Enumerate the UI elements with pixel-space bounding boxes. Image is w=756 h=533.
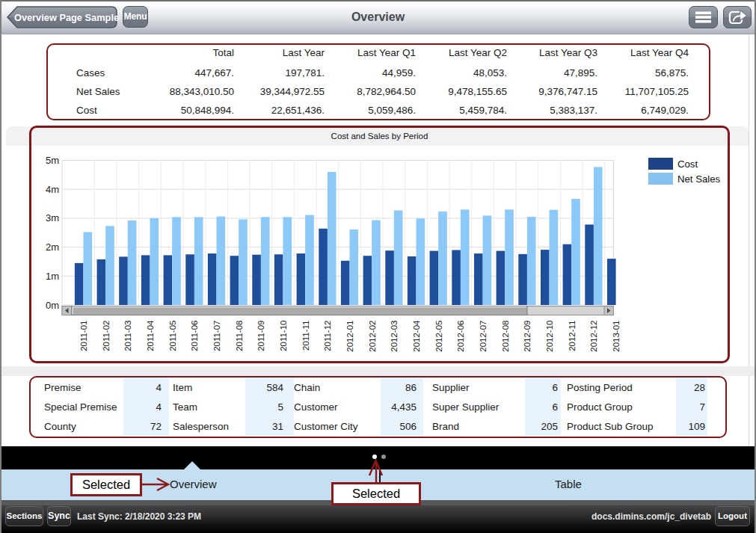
svg-text:2012-03: 2012-03 xyxy=(390,321,399,352)
svg-text:2011-04: 2011-04 xyxy=(146,320,155,351)
svg-text:2011-12: 2011-12 xyxy=(323,321,332,351)
svg-text:Net Sales: Net Sales xyxy=(677,173,721,185)
svg-text:2012-08: 2012-08 xyxy=(501,321,510,352)
svg-text:2m: 2m xyxy=(46,241,59,253)
svg-text:1m: 1m xyxy=(46,271,59,282)
svg-text:3m: 3m xyxy=(46,212,59,224)
svg-text:2011-11: 2011-11 xyxy=(301,321,310,351)
svg-text:2011-07: 2011-07 xyxy=(212,321,221,351)
svg-text:4m: 4m xyxy=(46,184,59,195)
svg-text:5m: 5m xyxy=(46,155,59,166)
svg-text:2012-12: 2012-12 xyxy=(589,321,598,352)
svg-text:2011-01: 2011-01 xyxy=(79,321,88,351)
svg-text:2012-11: 2012-11 xyxy=(568,321,577,351)
svg-text:2011-02: 2011-02 xyxy=(102,321,111,351)
svg-text:2011-05: 2011-05 xyxy=(168,321,177,351)
svg-text:2011-10: 2011-10 xyxy=(279,321,288,351)
svg-text:2012-06: 2012-06 xyxy=(456,321,465,352)
svg-text:2012-02: 2012-02 xyxy=(368,321,377,352)
svg-text:2011-06: 2011-06 xyxy=(190,321,199,351)
svg-text:2012-07: 2012-07 xyxy=(479,321,488,352)
svg-text:0m: 0m xyxy=(46,300,59,311)
svg-text:Cost: Cost xyxy=(677,158,698,170)
svg-text:2011-08: 2011-08 xyxy=(235,321,244,351)
svg-text:2011-09: 2011-09 xyxy=(256,321,265,351)
svg-text:2013-01: 2013-01 xyxy=(612,321,621,352)
svg-text:2012-01: 2012-01 xyxy=(345,321,354,352)
svg-text:2012-04: 2012-04 xyxy=(412,320,421,352)
svg-text:2012-09: 2012-09 xyxy=(523,321,532,352)
svg-text:2011-03: 2011-03 xyxy=(123,321,132,351)
svg-text:2012-05: 2012-05 xyxy=(434,321,443,352)
svg-text:Overview Page Sample: Overview Page Sample xyxy=(14,12,119,23)
svg-text:2012-10: 2012-10 xyxy=(545,321,554,352)
